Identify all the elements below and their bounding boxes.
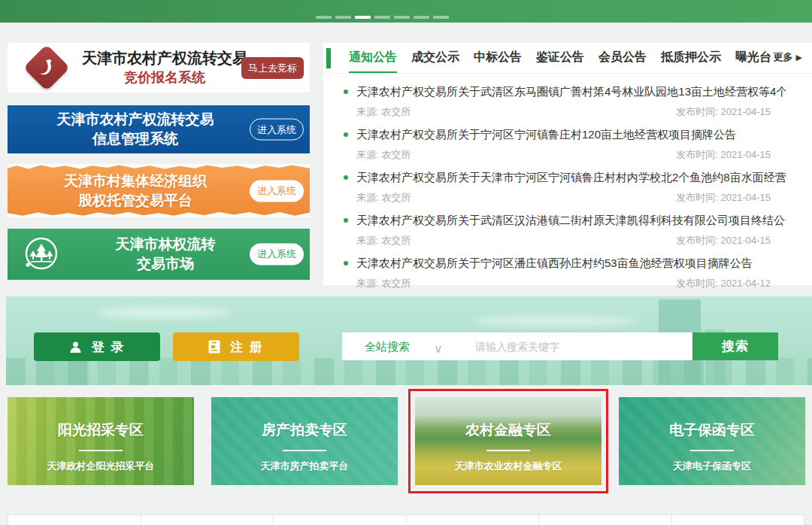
grid-cell[interactable]: [539, 515, 672, 525]
zone-real-estate-auction[interactable]: 房产拍卖专区 天津市房产拍卖平台: [211, 397, 398, 485]
brand-logo-icon: [23, 44, 70, 91]
notice-date: 发布时间: 2021-04-15: [676, 105, 771, 119]
search-button[interactable]: 搜索: [692, 332, 778, 360]
date-value: 2021-04-15: [721, 235, 771, 246]
login-button[interactable]: 登 录: [34, 332, 160, 361]
bullet-icon: [344, 132, 348, 137]
time-label: 发布时间:: [676, 235, 718, 246]
notice-meta: 来源: 农交所 发布时间: 2021-04-15: [356, 191, 771, 205]
notice-source: 来源: 农交所: [356, 105, 411, 119]
chevron-down-icon[interactable]: ∨: [434, 341, 443, 356]
id-card-icon: [208, 340, 220, 354]
date-value: 2021-04-15: [721, 192, 771, 203]
bullet-icon: [344, 175, 348, 180]
carousel-dash[interactable]: [433, 16, 449, 19]
zone-title: 农村金融专区: [415, 420, 601, 440]
source-value: 农交所: [381, 106, 411, 117]
register-button[interactable]: 注 册: [173, 332, 299, 361]
zone-title: 电子保函专区: [619, 420, 805, 440]
zone-subtitle: 天津市农业农村金融专区: [415, 460, 601, 473]
enter-system-button[interactable]: 进入系统: [250, 244, 304, 266]
notice-item[interactable]: 天津农村产权交易所关于天津市宁河区宁河镇鲁庄村村内学校北2个鱼池约8亩水面经营.…: [344, 169, 786, 205]
notice-item[interactable]: 天津农村产权交易所关于武清区汉沽港镇二街村原天津凯得利科技有限公司项目终结公告 …: [344, 212, 786, 247]
notice-item[interactable]: 天津农村产权交易所关于武清区东马圈镇广善村第4号林业队园地13亩土地经营权等4个…: [344, 83, 786, 119]
notice-source: 来源: 农交所: [356, 191, 411, 205]
grid-cell[interactable]: [407, 515, 540, 525]
zone-title: 房产拍卖专区: [211, 420, 398, 440]
date-value: 2021-04-15: [721, 149, 771, 160]
grid-cell[interactable]: [274, 515, 407, 525]
banner-text: 天津市农村产权流转交易 信息管理系统: [8, 110, 263, 149]
brand-title-line2: 竞价报名系统: [80, 68, 250, 87]
zone-divider: [690, 450, 734, 451]
notice-date: 发布时间: 2021-04-15: [676, 234, 771, 247]
notice-meta: 来源: 农交所 发布时间: 2021-04-15: [356, 105, 771, 119]
zone-divider: [283, 450, 326, 451]
hero-search-strip: 登 录 注 册 全站搜索 ∨ 搜索: [6, 296, 812, 385]
zone-electronic-guarantee[interactable]: 电子保函专区 天津电子保函专区: [619, 397, 805, 485]
carousel-dash[interactable]: [316, 16, 332, 19]
go-bid-button[interactable]: 马上去竞标: [241, 57, 304, 79]
notice-title[interactable]: 天津农村产权交易所关于武清区东马圈镇广善村第4号林业队园地13亩土地经营权等4个…: [356, 83, 786, 99]
time-label: 发布时间:: [676, 192, 718, 203]
notice-title[interactable]: 天津农村产权交易所关于武清区汉沽港镇二街村原天津凯得利科技有限公司项目终结公告: [356, 212, 786, 228]
source-label: 来源:: [356, 149, 379, 160]
notice-title[interactable]: 天津农村产权交易所关于天津市宁河区宁河镇鲁庄村村内学校北2个鱼池约8亩水面经营.…: [356, 169, 786, 185]
carousel-dash[interactable]: [335, 16, 351, 19]
skyline-silhouette: [6, 358, 812, 385]
tab-winning-bid[interactable]: 中标公告: [474, 43, 522, 73]
tab-mortgage-pledge[interactable]: 抵质押公示: [661, 43, 721, 73]
time-label: 发布时间:: [676, 149, 718, 160]
cloud-decoration: [472, 316, 638, 326]
enter-system-button[interactable]: 进入系统: [250, 180, 304, 202]
bullet-icon: [344, 261, 348, 266]
carousel-indicators: [316, 16, 449, 19]
banner-line2: 股权托管交易平台: [8, 191, 263, 211]
brand-title: 天津市农村产权流转交易 竞价报名系统: [80, 48, 250, 87]
carousel-dash[interactable]: [374, 16, 390, 19]
notice-title[interactable]: 天津农村产权交易所关于宁河区宁河镇鲁庄村120亩土地经营权项目摘牌公告: [356, 126, 736, 142]
date-value: 2021-04-15: [721, 106, 771, 117]
notice-list: 天津农村产权交易所关于武清区东马圈镇广善村第4号林业队园地13亩土地经营权等4个…: [323, 74, 812, 290]
tab-exposure[interactable]: 曝光台: [735, 43, 771, 73]
zone-divider: [486, 450, 530, 451]
notice-title[interactable]: 天津农村产权交易所关于宁河区潘庄镇西孙庄村约53亩鱼池经营权项目摘牌公告: [356, 255, 753, 271]
search-bar: 全站搜索 ∨: [342, 332, 692, 360]
carousel-dash[interactable]: [414, 16, 429, 19]
enter-system-button[interactable]: 进入系统: [250, 119, 304, 141]
more-link[interactable]: 更多▶: [774, 43, 802, 71]
zone-rural-finance[interactable]: 农村金融专区 天津市农业农村金融专区: [415, 397, 601, 485]
banner-line2: 信息管理系统: [8, 129, 263, 149]
carousel-dash[interactable]: [394, 16, 410, 19]
notice-date: 发布时间: 2021-04-15: [676, 191, 771, 205]
cloud-decoration: [96, 307, 232, 319]
grid-cell[interactable]: [8, 515, 141, 525]
bottom-grid-row: [8, 514, 804, 525]
notice-item[interactable]: 天津农村产权交易所关于宁河区宁河镇鲁庄村120亩土地经营权项目摘牌公告 来源: …: [344, 126, 786, 162]
source-label: 来源:: [356, 235, 379, 246]
banner-equity-custody-platform[interactable]: 天津市村集体经济组织 股权托管交易平台 进入系统: [8, 164, 310, 217]
notice-panel: 通知公告 成交公示 中标公告 鉴证公告 会员公告 抵质押公示 曝光台 更多▶ 天…: [323, 43, 812, 285]
notice-meta: 来源: 农交所 发布时间: 2021-04-15: [356, 148, 771, 162]
banner-forest-rights-market[interactable]: 天津市林权流转 交易市场 进入系统: [8, 229, 310, 280]
tab-notice-announcements[interactable]: 通知公告: [349, 43, 397, 73]
source-label: 来源:: [356, 192, 379, 203]
notice-tabbar: 通知公告 成交公示 中标公告 鉴证公告 会员公告 抵质押公示 曝光台 更多▶: [323, 43, 812, 74]
source-label: 来源:: [356, 278, 379, 289]
carousel-dash-active[interactable]: [355, 16, 371, 19]
grid-cell[interactable]: [672, 515, 804, 525]
notice-item[interactable]: 天津农村产权交易所关于宁河区潘庄镇西孙庄村约53亩鱼池经营权项目摘牌公告 来源:…: [344, 255, 786, 290]
zone-subtitle: 天津市房产拍卖平台: [211, 460, 398, 473]
banner-info-management-system[interactable]: 天津市农村产权流转交易 信息管理系统 进入系统: [8, 105, 310, 153]
banner-text: 天津市村集体经济组织 股权托管交易平台: [8, 171, 263, 211]
notice-meta: 来源: 农交所 发布时间: 2021-04-15: [356, 234, 771, 247]
tab-member[interactable]: 会员公告: [598, 43, 647, 73]
search-scope-select[interactable]: 全站搜索: [365, 332, 410, 360]
tab-deal-publicity[interactable]: 成交公示: [411, 43, 459, 73]
time-label: 发布时间:: [676, 278, 718, 289]
tab-certification[interactable]: 鉴证公告: [536, 43, 584, 73]
grid-cell[interactable]: [141, 515, 274, 525]
login-label: 登 录: [92, 338, 126, 356]
zone-subtitle: 天津电子保函专区: [619, 460, 805, 473]
zone-sunshine-procurement[interactable]: 阳光招采专区 天津政村企阳光招采平台: [8, 397, 194, 485]
